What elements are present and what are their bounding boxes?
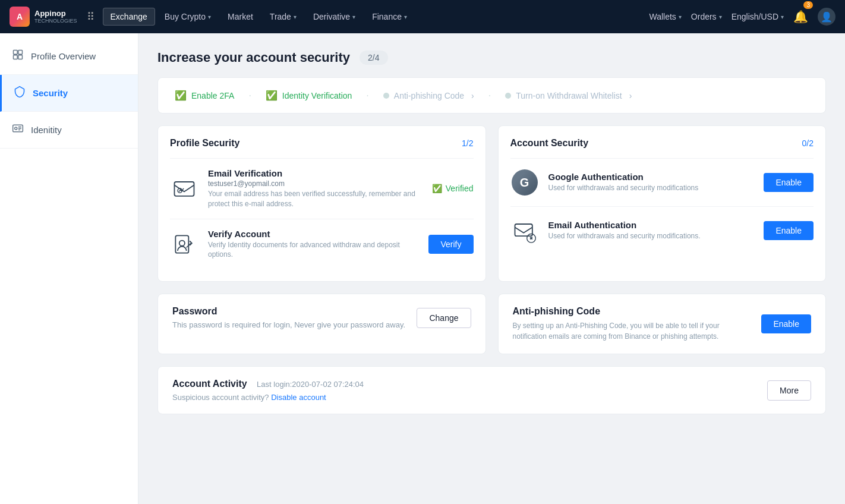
page-title: Increase your account security — [157, 50, 350, 65]
step-identity-verification[interactable]: ✅ Identity Verification — [266, 90, 352, 101]
activity-title-row: Account Activity Last login:2020-07-02 0… — [172, 379, 364, 389]
email-verification-title: Email Verification — [208, 168, 422, 178]
email-auth-desc: Used for withdrawals and security modifi… — [548, 231, 755, 241]
step-separator-1: · — [248, 90, 251, 101]
anti-phishing-card: Anti-phishing Code By setting up an Anti… — [498, 294, 827, 354]
suspicious-text: Suspicious account activity? — [172, 393, 269, 402]
svg-rect-0 — [14, 51, 18, 55]
grid-icon[interactable]: ⠿ — [87, 10, 94, 23]
profile-security-header: Profile Security 1/2 — [170, 138, 474, 149]
change-password-button[interactable]: Change — [417, 308, 471, 328]
sidebar: Profile Overview Security Idenitity — [0, 33, 138, 504]
nav-trade[interactable]: Trade ▾ — [263, 8, 304, 25]
nav-derivative[interactable]: Derivative ▾ — [306, 8, 362, 25]
verify-account-item: Verify Account Verify Identity documents… — [170, 219, 474, 270]
email-auth-info: Email Authentication Used for withdrawal… — [548, 220, 755, 241]
progress-badge: 2/4 — [360, 51, 387, 65]
step-separator-2: · — [366, 90, 368, 101]
account-security-title: Account Security — [510, 138, 589, 149]
sidebar-item-identity[interactable]: Idenitity — [0, 112, 138, 149]
disable-account-link[interactable]: Disable account — [271, 393, 326, 402]
activity-suspicious: Suspicious account activity? Disable acc… — [172, 393, 364, 402]
anti-phishing-enable-button[interactable]: Enable — [761, 314, 811, 333]
trade-arrow: ▾ — [294, 14, 297, 20]
header-right: Wallets ▾ Orders ▾ English/USD ▾ 🔔 3 👤 — [649, 8, 835, 26]
page-header: Increase your account security 2/4 — [157, 50, 826, 65]
nav-market[interactable]: Market — [220, 8, 260, 25]
verified-badge: ✅ Verified — [432, 184, 474, 193]
verified-check-icon: ✅ — [432, 184, 442, 193]
user-avatar[interactable]: 👤 — [818, 8, 835, 26]
email-verification-action: ✅ Verified — [432, 184, 474, 193]
email-verification-item: Email Verification testuser1@yopmail.com… — [170, 158, 474, 219]
activity-title: Account Activity — [172, 379, 247, 389]
step-anti-phishing-label: Anti-phishing Code — [394, 91, 464, 100]
svg-rect-3 — [18, 55, 23, 59]
step-identity-label: Identity Verification — [282, 91, 352, 100]
security-icon — [14, 86, 26, 100]
more-button[interactable]: More — [767, 380, 811, 401]
orders-menu[interactable]: Orders ▾ — [691, 12, 722, 21]
svg-point-12 — [179, 240, 185, 245]
notification-button[interactable]: 🔔 3 — [793, 10, 808, 24]
step-dot-2 — [505, 93, 511, 99]
step-withdrawal-whitelist[interactable]: Turn-on Withdrawal Whitelist › — [505, 91, 632, 100]
sidebar-item-profile-overview[interactable]: Profile Overview — [0, 38, 138, 75]
activity-last-login: Last login:2020-07-02 07:24:04 — [257, 380, 364, 389]
nav-buy-crypto[interactable]: Buy Crypto ▾ — [157, 8, 218, 25]
password-card: Password This password is required for l… — [157, 294, 486, 354]
account-security-card: Account Security 0/2 G Google Authentica… — [498, 125, 827, 282]
account-security-header: Account Security 0/2 — [510, 138, 814, 149]
profile-security-title: Profile Security — [170, 138, 239, 149]
profile-security-count: 1/2 — [462, 138, 473, 148]
security-label: Security — [33, 88, 68, 98]
profile-overview-label: Profile Overview — [31, 51, 96, 61]
password-row: Password This password is required for l… — [172, 306, 471, 329]
google-auth-title: Google Authentication — [548, 172, 755, 182]
derivative-arrow: ▾ — [352, 14, 355, 20]
step-enable-2fa[interactable]: ✅ Enable 2FA — [175, 90, 234, 101]
verify-button[interactable]: Verify — [428, 235, 473, 254]
steps-bar: ✅ Enable 2FA · ✅ Identity Verification ·… — [157, 77, 826, 114]
email-verification-desc: Your email address has been verified suc… — [208, 189, 422, 209]
language-menu[interactable]: English/USD ▾ — [732, 12, 784, 21]
verify-account-action[interactable]: Verify — [428, 235, 473, 254]
header-nav: Exchange Buy Crypto ▾ Market Trade ▾ Der… — [103, 8, 645, 26]
google-auth-info: Google Authentication Used for withdrawa… — [548, 172, 755, 193]
password-info: Password This password is required for l… — [172, 306, 405, 329]
logo-icon: A — [10, 7, 30, 27]
sidebar-item-security[interactable]: Security — [0, 75, 138, 112]
profile-security-card: Profile Security 1/2 Email Veri — [157, 125, 486, 282]
header: A Appinop TECHNOLOGIES ⠿ Exchange Buy Cr… — [0, 0, 845, 33]
main-content: Increase your account security 2/4 ✅ Ena… — [138, 33, 845, 504]
email-auth-action[interactable]: Enable — [764, 221, 814, 240]
google-auth-desc: Used for withdrawals and security modifi… — [548, 183, 755, 193]
nav-finance[interactable]: Finance ▾ — [365, 8, 414, 25]
profile-overview-icon — [12, 49, 24, 64]
bell-icon: 🔔 — [793, 10, 808, 23]
buy-crypto-arrow: ▾ — [208, 14, 211, 20]
email-auth-enable-button[interactable]: Enable — [764, 221, 814, 240]
verify-account-info: Verify Account Verify Identity documents… — [208, 229, 419, 260]
nav-exchange[interactable]: Exchange — [103, 8, 155, 26]
wallets-menu[interactable]: Wallets ▾ — [649, 12, 681, 21]
app-subtitle: TECHNOLOGIES — [34, 18, 77, 24]
anti-phishing-row: Anti-phishing Code By setting up an Anti… — [513, 306, 812, 342]
step-anti-phishing[interactable]: Anti-phishing Code › — [383, 91, 474, 100]
email-auth-icon — [510, 216, 539, 245]
layout: Profile Overview Security Idenitity — [0, 33, 845, 504]
identity-icon — [12, 122, 24, 137]
account-security-count: 0/2 — [802, 138, 814, 148]
step-withdrawal-label: Turn-on Withdrawal Whitelist — [516, 91, 622, 100]
step-check-icon: ✅ — [175, 90, 187, 101]
email-verification-info: Email Verification testuser1@yopmail.com… — [208, 168, 422, 209]
google-auth-action[interactable]: Enable — [764, 173, 814, 192]
step-withdrawal-arrow: › — [629, 91, 632, 100]
verify-account-icon — [170, 230, 198, 259]
email-verification-subtitle: testuser1@yopmail.com — [208, 179, 422, 188]
step-separator-3: · — [488, 90, 491, 101]
email-verification-icon — [170, 174, 198, 203]
google-auth-enable-button[interactable]: Enable — [764, 173, 814, 192]
step-dot-1 — [383, 93, 389, 99]
logo[interactable]: A Appinop TECHNOLOGIES — [10, 7, 77, 27]
